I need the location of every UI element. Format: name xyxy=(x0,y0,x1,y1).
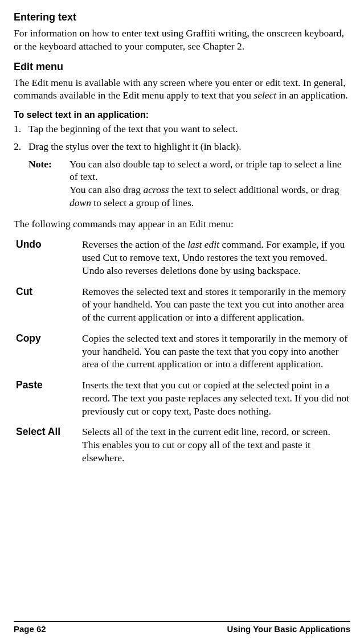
chapter-title: Using Your Basic Applications xyxy=(227,624,350,634)
edit-term: Cut xyxy=(14,285,82,324)
edit-commands-table: Undo Reverses the action of the last edi… xyxy=(14,238,350,464)
edit-desc: Selects all of the text in the current e… xyxy=(82,425,350,464)
edit-row-paste: Paste Inserts the text that you cut or c… xyxy=(14,379,350,417)
step-2: 2. Drag the stylus over the text to high… xyxy=(14,140,350,153)
edit-desc: Reverses the action of the last edit com… xyxy=(82,238,350,277)
section-title-edit-menu: Edit menu xyxy=(14,61,350,73)
page-footer: Page 62 Using Your Basic Applications xyxy=(14,621,350,634)
page-number: Page 62 xyxy=(14,624,46,634)
followup-text: The following commands may appear in an … xyxy=(14,218,350,231)
edit-desc: Inserts the text that you cut or copied … xyxy=(82,379,350,417)
edit-term: Copy xyxy=(14,332,82,371)
edit-desc: Copies the selected text and stores it t… xyxy=(82,332,350,371)
step-number: 1. xyxy=(14,122,28,136)
edit-desc: Removes the selected text and stores it … xyxy=(82,285,350,324)
edit-row-undo: Undo Reverses the action of the last edi… xyxy=(14,238,350,277)
note-block: Note: You can also double tap to select … xyxy=(28,158,350,210)
section-title-entering-text: Entering text xyxy=(14,11,350,23)
subheading-select-text: To select text in an application: xyxy=(14,110,350,120)
edit-term: Select All xyxy=(14,425,82,464)
step-number: 2. xyxy=(14,140,28,153)
step-text: Drag the stylus over the text to highlig… xyxy=(28,140,350,153)
note-text: You can also double tap to select a word… xyxy=(69,158,350,210)
step-1: 1. Tap the beginning of the text that yo… xyxy=(14,122,350,136)
edit-row-select-all: Select All Selects all of the text in th… xyxy=(14,425,350,464)
note-label: Note: xyxy=(28,158,69,210)
edit-menu-body: The Edit menu is available with any scre… xyxy=(14,76,350,102)
edit-term: Paste xyxy=(14,379,82,417)
entering-text-body: For information on how to enter text usi… xyxy=(14,27,350,53)
edit-row-cut: Cut Removes the selected text and stores… xyxy=(14,285,350,324)
edit-row-copy: Copy Copies the selected text and stores… xyxy=(14,332,350,371)
edit-term: Undo xyxy=(14,238,82,277)
step-text: Tap the beginning of the text that you w… xyxy=(28,122,350,136)
